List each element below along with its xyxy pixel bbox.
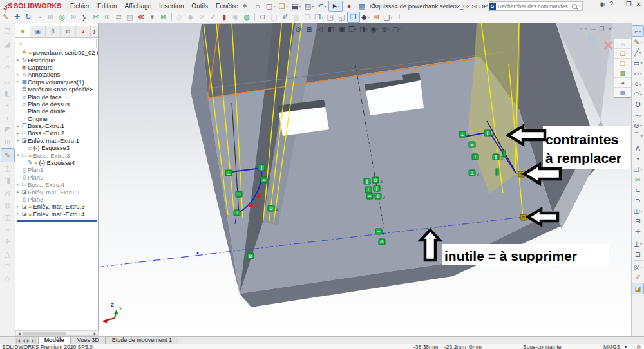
- tree-item[interactable]: ◉Capteurs: [15, 64, 98, 71]
- rainure-icon[interactable]: ▱▾: [632, 68, 643, 79]
- vue-cube2-icon[interactable]: ❒▾: [314, 12, 325, 22]
- tree-item[interactable]: ✎▲(-) Esquisse4: [15, 159, 98, 166]
- expand-arrow-icon[interactable]: ▸: [15, 79, 21, 84]
- enregistrer-icon[interactable]: ⬓▾: [290, 1, 303, 11]
- caret1-icon[interactable]: ▾: [147, 12, 158, 22]
- tree-item[interactable]: ▱Plan de droite: [15, 108, 98, 115]
- menu-insertion[interactable]: Insertion: [155, 1, 187, 11]
- constraint-bar[interactable]: [503, 151, 506, 157]
- apparences-scenes-tab[interactable]: ◕: [614, 78, 631, 88]
- tree-item[interactable]: ▸❒Boss.-Extru.4: [15, 181, 98, 188]
- tree-item[interactable]: ▸◪▲Enlèv. mat.-Extru.3: [15, 203, 98, 210]
- pin-icon[interactable]: ✱: [243, 3, 248, 9]
- figer-icon[interactable]: ◇: [174, 12, 185, 22]
- orientation-vue-icon[interactable]: ❒▾: [348, 24, 358, 33]
- restaurer-button[interactable]: ❐: [626, 1, 632, 8]
- rectangle-icon[interactable]: ▭▾: [632, 58, 643, 68]
- capture-esquisse-icon[interactable]: ◎▾: [632, 261, 643, 272]
- tree-item[interactable]: ▸◪▲Enlèv. mat.-Extru.4: [15, 211, 98, 218]
- nouveau-document-icon[interactable]: ▢▾: [264, 1, 277, 11]
- chanfrein-icon[interactable]: ◤: [1, 124, 14, 136]
- tree-item[interactable]: ▾❒▲Boss.-Extru.3: [15, 151, 98, 158]
- vue-iso1-icon[interactable]: ◳: [325, 12, 336, 22]
- caret-down-icon[interactable]: ▾: [640, 71, 642, 75]
- courbes-icon[interactable]: ~: [1, 223, 14, 236]
- zoom-au-mieux-icon[interactable]: ⊙: [293, 24, 303, 33]
- explorateur-fichiers-tab[interactable]: ❏: [614, 59, 631, 68]
- tree-item[interactable]: ▸▦Corps volumiques(1): [15, 79, 98, 86]
- status-units[interactable]: MMGS: [603, 344, 620, 349]
- tree-item[interactable]: ▸❒Boss.-Extru.2: [15, 129, 98, 137]
- entites-icon[interactable]: ◔: [34, 12, 46, 22]
- doc-restaurer-button[interactable]: ❐: [599, 26, 604, 32]
- style-affichage-icon[interactable]: ◨▾: [359, 24, 369, 33]
- quitter-esquisse-icon[interactable]: ⌐▾: [632, 25, 644, 37]
- sphere-icon[interactable]: ◉: [230, 12, 242, 22]
- texte-icon[interactable]: A: [632, 143, 643, 153]
- toles-icon[interactable]: ◇: [1, 272, 14, 285]
- inserer-plan-icon[interactable]: ◆: [185, 12, 196, 22]
- vue-en-coupe-icon[interactable]: ◧: [326, 24, 336, 33]
- nervure-icon[interactable]: ◧: [1, 87, 14, 99]
- panel-horizontal-scrollbar[interactable]: ◀ ▶: [15, 330, 99, 336]
- scene-icon[interactable]: ▢▾: [392, 24, 402, 33]
- caret-down-icon[interactable]: ▾: [641, 133, 643, 138]
- expand-arrow-icon[interactable]: ▸: [15, 131, 21, 136]
- enlev-matiere-icon[interactable]: ◪: [1, 38, 14, 50]
- dome-icon[interactable]: ◓: [1, 99, 14, 111]
- reparer-esquisse-icon[interactable]: ⊡: [632, 249, 643, 259]
- caret-down-icon[interactable]: ▾: [640, 123, 642, 127]
- caret-down-icon[interactable]: ▾: [367, 15, 369, 19]
- caret-down-icon[interactable]: ▾: [640, 209, 642, 213]
- caret-down-icon[interactable]: ▾: [312, 4, 314, 8]
- vue-perspective-icon[interactable]: ◆▾: [360, 12, 372, 22]
- accueil-icon[interactable]: ⌂: [251, 1, 264, 11]
- ecran-icon[interactable]: ▢▾: [383, 12, 394, 22]
- tab-nav-icon[interactable]: ◀: [21, 337, 26, 344]
- esquisse-icon[interactable]: ✎: [0, 12, 12, 22]
- tab-nav-icon[interactable]: ▶|: [31, 337, 36, 344]
- caret-down-icon[interactable]: ▾: [639, 29, 641, 33]
- polygone-icon[interactable]: O: [632, 99, 643, 109]
- esquisse-rapide-icon[interactable]: ✐: [632, 272, 643, 282]
- tree-item[interactable]: ☰Matériau <non spécifié>: [15, 86, 98, 93]
- bossage-extrusion-icon[interactable]: ❒: [1, 26, 14, 38]
- tree-filter-input[interactable]: ▽: [17, 39, 97, 48]
- balayage-icon[interactable]: ◠: [1, 62, 14, 75]
- ancre-icon[interactable]: ⊥: [393, 12, 405, 22]
- tree-item[interactable]: ▱(-) Esquisse3: [15, 144, 98, 151]
- panel-tab-displaymanager[interactable]: ◕: [76, 26, 91, 37]
- equations-icon[interactable]: ∑: [79, 12, 91, 22]
- tree-item[interactable]: ▸AAnnotations: [15, 71, 98, 78]
- expand-arrow-icon[interactable]: ▸: [15, 72, 21, 77]
- conge-icon[interactable]: ◖: [1, 111, 14, 124]
- panel-tab-propertymanager[interactable]: ▣: [30, 26, 45, 37]
- panel-tab-featuremanager[interactable]: ❖: [15, 26, 30, 37]
- globe-icon[interactable]: ◍: [242, 12, 253, 22]
- plan-3d-icon[interactable]: ❒▾: [632, 164, 643, 174]
- caret-down-icon[interactable]: ▾: [639, 113, 641, 117]
- caret-down-icon[interactable]: ▾: [377, 27, 379, 31]
- vue-ombree-icon[interactable]: ❒: [347, 12, 360, 23]
- reprise-esquisse-icon[interactable]: ↻: [23, 12, 34, 22]
- caret-down-icon[interactable]: ▾: [321, 15, 323, 19]
- expand-arrow-icon[interactable]: ▸: [15, 57, 21, 62]
- vue-cube1-icon[interactable]: ❒: [302, 12, 314, 22]
- deplacer-entites-icon[interactable]: ⇄: [113, 12, 124, 22]
- tree-item[interactable]: ▱Plan de face: [15, 93, 98, 100]
- doc-icone2-button[interactable]: ▫: [585, 26, 587, 32]
- repetition-lineaire-esquisse-icon[interactable]: ⊞: [632, 216, 643, 226]
- rechercher-vue-icon[interactable]: ⊙: [257, 12, 269, 22]
- fermer-button[interactable]: ✕: [636, 1, 641, 8]
- caret-down-icon[interactable]: ▾: [640, 92, 642, 97]
- tree-item[interactable]: ▱Plan de dessus: [15, 100, 98, 108]
- repetition-icon[interactable]: ≪: [135, 12, 147, 22]
- caret-down-icon[interactable]: ▾: [325, 4, 327, 8]
- tree-item[interactable]: ▯Plan1: [15, 166, 98, 173]
- copier-icon[interactable]: ▤: [124, 12, 136, 22]
- compte-utilisateur-button[interactable]: ◉: [600, 1, 605, 8]
- tree-item[interactable]: ▯Plan3: [15, 196, 98, 203]
- revolution-icon[interactable]: ◔: [1, 50, 14, 62]
- coller-icon[interactable]: ⊞: [45, 12, 57, 22]
- convertir-entites-icon[interactable]: ⊂: [632, 185, 643, 195]
